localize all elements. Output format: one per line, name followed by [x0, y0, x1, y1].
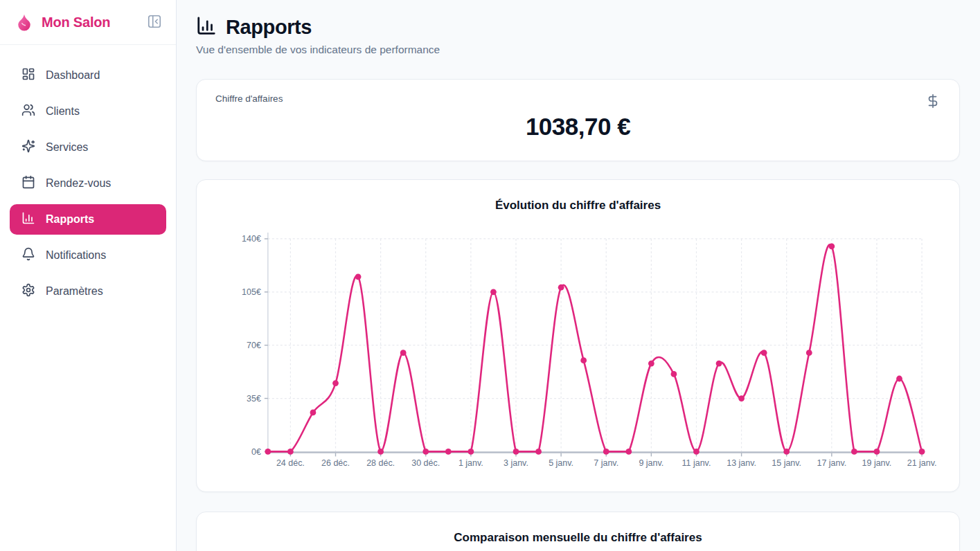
- kpi-value: 1038,70 €: [215, 113, 941, 141]
- sparkles-icon: [21, 139, 35, 156]
- revenue-evolution-card: Évolution du chiffre d'affaires 0€35€70€…: [196, 179, 960, 492]
- svg-text:30 déc.: 30 déc.: [411, 458, 440, 468]
- sidebar-item-label: Rapports: [46, 213, 94, 226]
- svg-text:17 janv.: 17 janv.: [817, 458, 846, 468]
- svg-text:105€: 105€: [242, 287, 261, 297]
- bell-icon: [21, 247, 35, 264]
- revenue-line-chart[interactable]: 0€35€70€105€140€24 déc.26 déc.28 déc.30 …: [197, 224, 959, 470]
- sidebar-item-clients[interactable]: Clients: [10, 96, 166, 127]
- page-title: Rapports: [226, 16, 312, 39]
- svg-text:21 janv.: 21 janv.: [907, 458, 937, 468]
- sidebar-nav: Dashboard Clients Services Rendez-vous R…: [0, 45, 176, 322]
- sidebar-item-rapports[interactable]: Rapports: [10, 204, 166, 235]
- svg-text:140€: 140€: [242, 234, 261, 244]
- svg-text:28 déc.: 28 déc.: [366, 458, 395, 468]
- svg-text:70€: 70€: [247, 341, 261, 350]
- sidebar-item-rendez-vous[interactable]: Rendez-vous: [10, 168, 166, 199]
- monthly-comparison-card: Comparaison mensuelle du chiffre d'affai…: [196, 512, 960, 551]
- svg-text:11 janv.: 11 janv.: [682, 458, 711, 468]
- sidebar-item-notifications[interactable]: Notifications: [10, 240, 166, 271]
- svg-text:13 janv.: 13 janv.: [727, 458, 756, 468]
- svg-text:26 déc.: 26 déc.: [321, 458, 350, 468]
- dashboard-grid-icon: [21, 67, 35, 84]
- sidebar-item-label: Services: [46, 141, 88, 154]
- sidebar-item-label: Rendez-vous: [46, 177, 111, 190]
- bar-chart-icon: [21, 211, 35, 228]
- calendar-icon: [21, 175, 35, 192]
- svg-text:7 janv.: 7 janv.: [594, 458, 618, 468]
- sidebar-item-label: Dashboard: [46, 69, 100, 82]
- main-content: Rapports Vue d'ensemble de vos indicateu…: [177, 0, 980, 551]
- comparison-title: Comparaison mensuelle du chiffre d'affai…: [197, 530, 959, 545]
- sidebar-item-label: Notifications: [46, 249, 106, 262]
- svg-text:24 déc.: 24 déc.: [276, 458, 305, 468]
- brand-name: Mon Salon: [42, 15, 145, 30]
- svg-text:15 janv.: 15 janv.: [772, 458, 801, 468]
- page-title-bar-chart-icon: [196, 15, 217, 39]
- sidebar-item-parametres[interactable]: Paramètres: [10, 276, 166, 307]
- panel-left-close-icon: [147, 14, 162, 31]
- gear-icon: [21, 283, 35, 300]
- revenue-kpi-card: Chiffre d'affaires 1038,70 €: [196, 79, 960, 161]
- salon-droplet-logo-icon: [14, 12, 35, 33]
- svg-text:19 janv.: 19 janv.: [862, 458, 892, 468]
- chart-title: Évolution du chiffre d'affaires: [197, 198, 959, 213]
- svg-text:5 janv.: 5 janv.: [549, 458, 573, 468]
- sidebar-item-dashboard[interactable]: Dashboard: [10, 60, 166, 91]
- svg-text:3 janv.: 3 janv.: [504, 458, 528, 468]
- sidebar-item-label: Clients: [46, 105, 80, 118]
- sidebar-header: Mon Salon: [0, 0, 176, 45]
- page-subtitle: Vue d'ensemble de vos indicateurs de per…: [196, 44, 960, 56]
- sidebar: Mon Salon Dashboard Clients Services Ren…: [0, 0, 177, 551]
- svg-text:1 janv.: 1 janv.: [458, 458, 483, 468]
- collapse-sidebar-button[interactable]: [145, 12, 163, 33]
- svg-text:9 janv.: 9 janv.: [639, 458, 663, 468]
- dollar-icon: [925, 93, 941, 111]
- svg-text:0€: 0€: [251, 447, 261, 457]
- sidebar-item-label: Paramètres: [46, 285, 103, 298]
- sidebar-item-services[interactable]: Services: [10, 132, 166, 163]
- kpi-label: Chiffre d'affaires: [215, 93, 283, 104]
- svg-text:35€: 35€: [247, 394, 261, 404]
- users-icon: [21, 103, 35, 120]
